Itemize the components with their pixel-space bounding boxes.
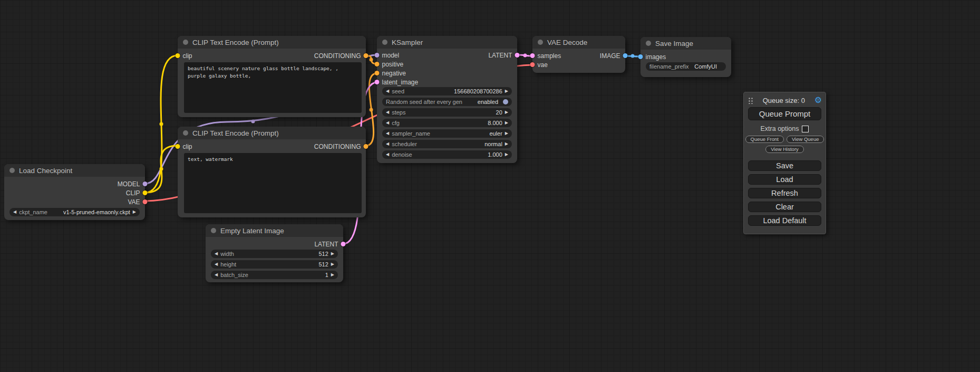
clip-slot-dot[interactable] (176, 53, 180, 58)
height-decrement-icon[interactable]: ◀ (215, 262, 218, 266)
width-increment-icon[interactable]: ▶ (331, 252, 334, 256)
load-default-button[interactable]: Load Default (748, 215, 821, 226)
scheduler-next-icon[interactable]: ▶ (505, 142, 508, 146)
latent-slot-dot[interactable] (530, 53, 535, 58)
cfg-decrement-icon[interactable]: ◀ (386, 121, 389, 125)
conditioning-slot-dot[interactable] (375, 71, 380, 75)
view-history-button[interactable]: View History (765, 146, 804, 153)
node-titlebar[interactable]: Load Checkpoint (4, 164, 145, 177)
seed-increment-icon[interactable]: ▶ (505, 89, 508, 93)
widget-scheduler[interactable]: ◀ scheduler normal ▶ (382, 140, 512, 148)
widget-steps[interactable]: ◀ steps 20 ▶ (382, 108, 512, 117)
widget-filename-prefix[interactable]: filename_prefix ComfyUI (646, 62, 726, 71)
node-titlebar[interactable]: CLIP Text Encode (Prompt) (178, 127, 366, 139)
input-slot-positive[interactable]: positive (375, 61, 404, 68)
collapse-dot-icon[interactable] (183, 130, 188, 136)
save-button[interactable]: Save (748, 160, 821, 171)
batch-size-decrement-icon[interactable]: ◀ (215, 273, 218, 277)
denoise-decrement-icon[interactable]: ◀ (386, 152, 389, 157)
input-slot-vae[interactable]: vae (530, 61, 548, 69)
steps-decrement-icon[interactable]: ◀ (386, 110, 389, 115)
random-seed-toggle-icon[interactable] (503, 99, 508, 104)
node-titlebar[interactable]: Save Image (641, 37, 731, 50)
ckpt-prev-icon[interactable]: ◀ (13, 210, 16, 214)
node-titlebar[interactable]: CLIP Text Encode (Prompt) (178, 36, 366, 49)
collapse-dot-icon[interactable] (9, 168, 15, 173)
vae-slot-dot[interactable] (530, 62, 535, 67)
clear-button[interactable]: Clear (748, 202, 821, 212)
graph-canvas[interactable]: Load Checkpoint MODEL CLIP VAE (0, 0, 980, 372)
widget-batch-size[interactable]: ◀ batch_size 1 ▶ (211, 271, 338, 279)
node-titlebar[interactable]: Empty Latent Image (206, 224, 343, 237)
scheduler-prev-icon[interactable]: ◀ (386, 142, 389, 146)
node-load-checkpoint[interactable]: Load Checkpoint MODEL CLIP VAE (4, 164, 145, 220)
node-clip-text-encode-negative[interactable]: CLIP Text Encode (Prompt) clip CONDITION… (178, 127, 366, 217)
refresh-button[interactable]: Refresh (748, 188, 821, 198)
output-slot-conditioning[interactable]: CONDITIONING (314, 52, 368, 60)
output-slot-conditioning[interactable]: CONDITIONING (314, 143, 368, 150)
height-increment-icon[interactable]: ▶ (331, 262, 334, 266)
image-slot-dot[interactable] (623, 53, 628, 58)
input-slot-images[interactable]: images (638, 53, 666, 61)
output-slot-latent[interactable]: LATENT (488, 52, 519, 59)
model-slot-dot[interactable] (143, 182, 148, 186)
settings-gear-icon[interactable]: ⚙ (814, 96, 822, 104)
widget-height[interactable]: ◀ height 512 ▶ (211, 260, 338, 269)
widget-sampler-name[interactable]: ◀ sampler_name euler ▶ (382, 129, 512, 138)
sampler-next-icon[interactable]: ▶ (505, 131, 508, 136)
conditioning-slot-dot[interactable] (364, 53, 368, 58)
extra-options-checkbox[interactable] (802, 126, 809, 132)
output-slot-vae[interactable]: VAE (128, 198, 147, 206)
collapse-dot-icon[interactable] (211, 228, 216, 233)
output-slot-latent[interactable]: LATENT (314, 241, 345, 248)
sampler-prev-icon[interactable]: ◀ (386, 131, 389, 136)
input-slot-latent-image[interactable]: latent_image (375, 79, 419, 86)
collapse-dot-icon[interactable] (538, 40, 543, 45)
input-slot-negative[interactable]: negative (375, 70, 406, 77)
input-slot-samples[interactable]: samples (530, 52, 561, 60)
steps-increment-icon[interactable]: ▶ (505, 110, 508, 115)
input-slot-clip[interactable]: clip (176, 143, 192, 150)
vae-slot-dot[interactable] (143, 199, 148, 204)
latent-slot-dot[interactable] (515, 53, 520, 58)
queue-front-button[interactable]: Queue Front (745, 136, 784, 143)
output-slot-image[interactable]: IMAGE (600, 52, 628, 60)
conditioning-slot-dot[interactable] (364, 144, 368, 149)
latent-slot-dot[interactable] (341, 242, 346, 246)
load-button[interactable]: Load (748, 174, 821, 185)
drag-handle-icon[interactable] (748, 97, 753, 104)
image-slot-dot[interactable] (638, 54, 643, 59)
collapse-dot-icon[interactable] (646, 41, 651, 46)
view-queue-button[interactable]: View Queue (787, 136, 824, 143)
latent-slot-dot[interactable] (375, 80, 380, 84)
cfg-increment-icon[interactable]: ▶ (505, 121, 508, 125)
queue-prompt-button[interactable]: Queue Prompt (748, 107, 821, 120)
widget-cfg[interactable]: ◀ cfg 8.000 ▶ (382, 119, 512, 127)
node-ksampler[interactable]: KSampler model LATENT positive (377, 36, 517, 163)
collapse-dot-icon[interactable] (183, 40, 188, 45)
widget-denoise[interactable]: ◀ denoise 1.000 ▶ (382, 150, 512, 159)
output-slot-model[interactable]: MODEL (118, 180, 148, 188)
seed-decrement-icon[interactable]: ◀ (386, 89, 389, 93)
input-slot-clip[interactable]: clip (176, 52, 192, 60)
node-titlebar[interactable]: KSampler (377, 36, 517, 49)
node-clip-text-encode-positive[interactable]: CLIP Text Encode (Prompt) clip CONDITION… (178, 36, 366, 117)
node-save-image[interactable]: Save Image images filename_prefix ComfyU… (641, 37, 731, 77)
batch-size-increment-icon[interactable]: ▶ (331, 273, 334, 277)
clip-slot-dot[interactable] (176, 144, 180, 149)
node-vae-decode[interactable]: VAE Decode samples IMAGE vae (532, 36, 625, 73)
ckpt-next-icon[interactable]: ▶ (133, 210, 136, 214)
input-slot-model[interactable]: model (375, 52, 400, 59)
widget-width[interactable]: ◀ width 512 ▶ (211, 250, 338, 258)
widget-random-seed[interactable]: Random seed after every gen enabled (382, 98, 512, 106)
output-slot-clip[interactable]: CLIP (126, 189, 148, 197)
node-titlebar[interactable]: VAE Decode (532, 36, 625, 49)
prompt-textarea[interactable]: beautiful scenery nature glass bottle la… (184, 62, 362, 113)
model-slot-dot[interactable] (375, 53, 380, 58)
widget-seed[interactable]: ◀ seed 156680208700286 ▶ (382, 87, 512, 96)
prompt-textarea[interactable]: text, watermark (184, 153, 362, 213)
collapse-dot-icon[interactable] (382, 40, 387, 45)
widget-ckpt-name[interactable]: ◀ ckpt_name v1-5-pruned-emaonly.ckpt ▶ (9, 208, 140, 216)
width-decrement-icon[interactable]: ◀ (215, 252, 218, 256)
node-empty-latent-image[interactable]: Empty Latent Image LATENT ◀ width 512 ▶ … (206, 224, 343, 282)
